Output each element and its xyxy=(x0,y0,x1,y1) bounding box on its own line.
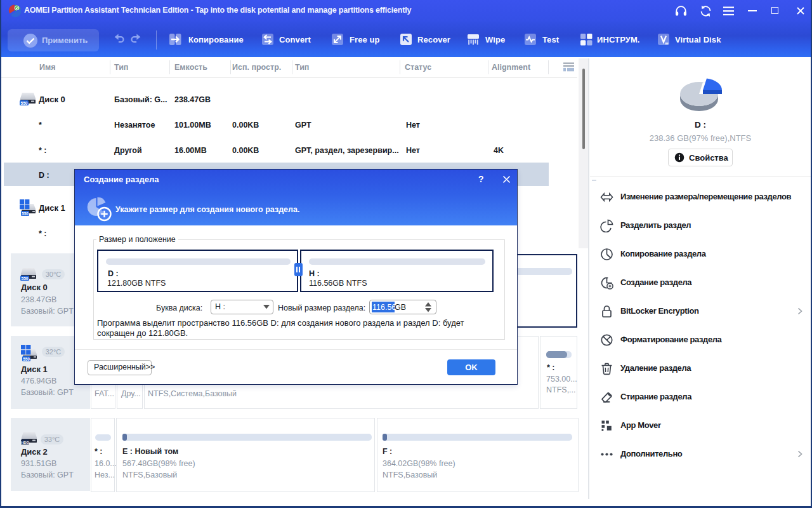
svg-text:550: 550 xyxy=(21,101,28,105)
svg-text:550: 550 xyxy=(23,357,30,361)
svg-text:HDD: HDD xyxy=(21,441,30,444)
svg-text:550: 550 xyxy=(22,276,29,281)
svg-text:550: 550 xyxy=(22,211,29,216)
